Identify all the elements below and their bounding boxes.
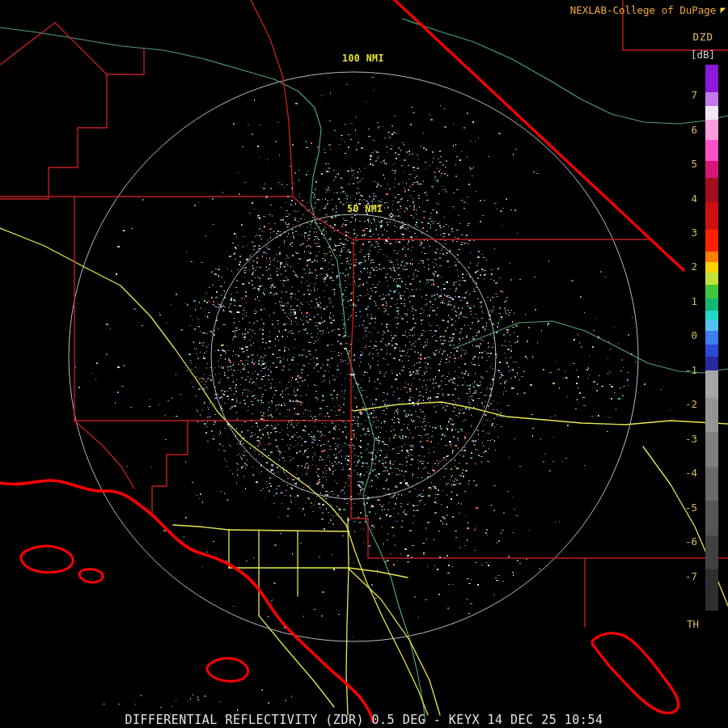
status-text: DIFFERENTIAL REFLECTIVITY (ZDR) 0.5 DEG … (125, 713, 603, 727)
status-bar: DIFFERENTIAL REFLECTIVITY (ZDR) 0.5 DEG … (0, 712, 728, 728)
cursor-icon: ◤ (720, 6, 726, 15)
colorbar-threshold-label: TH (687, 618, 699, 630)
colorbar-tick-label: 1 (668, 296, 697, 307)
colorbar-tick-label: -3 (668, 434, 697, 445)
colorbar-tick-label: 2 (668, 261, 697, 273)
colorbar-tick-label: 3 (668, 227, 697, 239)
colorbar-tick-label: -6 (668, 536, 697, 548)
range-ring-label-50nmi: 50 NMI (347, 203, 383, 214)
colorbar-tick-label: -7 (668, 571, 697, 582)
colorbar (705, 65, 718, 611)
colorbar-tick-label: 7 (668, 90, 697, 101)
colorbar-tick-label: 4 (668, 193, 697, 205)
colorbar-tick-label: -4 (668, 468, 697, 479)
colorbar-tick-label: 5 (668, 159, 697, 170)
colorbar-tick-label: 6 (668, 125, 697, 136)
radar-display: 100 NMI 50 NMI NEXLAB-College of DuPage … (0, 0, 728, 728)
range-ring-label-100nmi: 100 NMI (342, 53, 384, 64)
colorbar-tick-label: 0 (668, 330, 697, 341)
colorbar-tick-label: -5 (668, 502, 697, 514)
radar-echoes-canvas (0, 0, 728, 728)
header: NEXLAB-College of DuPage ◤ (570, 4, 726, 16)
colorbar-tick-label: -2 (668, 399, 697, 410)
colorbar-tick-label: -1 (668, 365, 697, 376)
